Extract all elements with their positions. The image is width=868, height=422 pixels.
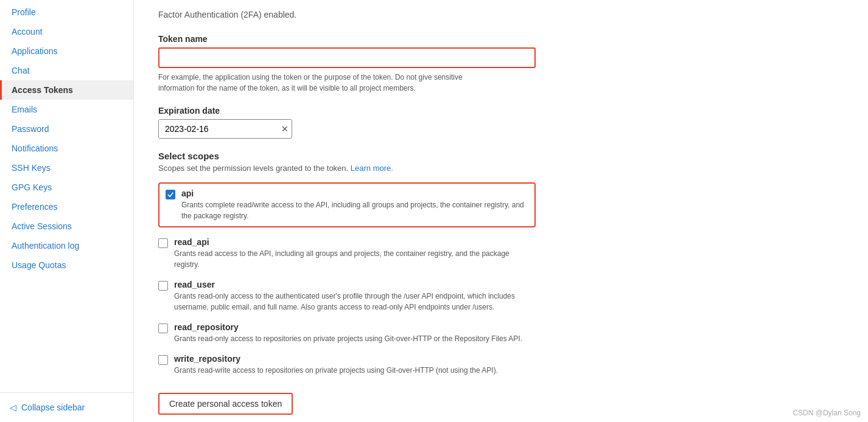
expiry-clear-icon[interactable]: ✕ xyxy=(281,124,289,134)
sidebar-item-notifications[interactable]: Notifications xyxy=(0,139,133,158)
scopes-group: Select scopes Scopes set the permission … xyxy=(158,151,536,376)
scope-name-api: api xyxy=(181,189,528,198)
sidebar-item-usage-quotas[interactable]: Usage Quotas xyxy=(0,255,133,275)
sidebar-item-chat[interactable]: Chat xyxy=(0,61,133,80)
expiry-input[interactable] xyxy=(159,120,278,138)
scope-item-read_api: read_apiGrants read access to the API, i… xyxy=(158,237,536,270)
scope-checkbox-read_user[interactable] xyxy=(158,281,168,291)
token-name-input[interactable] xyxy=(159,49,366,67)
scope-name-read_repository: read_repository xyxy=(174,322,536,332)
expiry-wrapper: ✕ 📅 xyxy=(158,119,292,139)
scope-desc-api: Grants complete read/write access to the… xyxy=(181,199,528,221)
sidebar: ProfileAccountApplicationsChatAccess Tok… xyxy=(0,0,134,422)
scope-name-write_repository: write_repository xyxy=(174,354,536,364)
expiration-date-group: Expiration date ✕ 📅 xyxy=(158,106,536,139)
scope-desc-write_repository: Grants read-write access to repositories… xyxy=(174,365,527,376)
watermark: CSDN @Dylan Song xyxy=(793,409,861,417)
sidebar-item-active-sessions[interactable]: Active Sessions xyxy=(0,216,133,236)
expiry-calendar-icon[interactable]: 📅 xyxy=(291,124,292,134)
expiry-icons: ✕ 📅 xyxy=(278,124,292,134)
scope-name-read_user: read_user xyxy=(174,280,536,289)
sidebar-item-authentication-log[interactable]: Authentication log xyxy=(0,236,133,255)
scopes-list: apiGrants complete read/write access to … xyxy=(158,182,536,376)
header-notice-text: Factor Authentication (2FA) enabled. xyxy=(158,10,296,19)
scope-content-read_api: read_apiGrants read access to the API, i… xyxy=(174,237,536,270)
scopes-title: Select scopes xyxy=(158,151,536,161)
scopes-hint: Scopes set the permission levels granted… xyxy=(158,164,536,173)
token-name-group: Token name For example, the application … xyxy=(158,34,536,94)
sidebar-item-account[interactable]: Account xyxy=(0,22,133,41)
scope-desc-read_user: Grants read-only access to the authentic… xyxy=(174,291,527,313)
sidebar-item-emails[interactable]: Emails xyxy=(0,100,133,119)
learn-more-link[interactable]: Learn more. xyxy=(351,164,393,173)
scope-item-write_repository: write_repositoryGrants read-write access… xyxy=(158,354,536,376)
token-name-input-wrapper xyxy=(158,47,536,68)
scope-checkbox-read_api[interactable] xyxy=(158,238,168,248)
sidebar-item-applications[interactable]: Applications xyxy=(0,41,133,61)
scope-content-read_user: read_userGrants read-only access to the … xyxy=(174,280,536,313)
form-section: Token name For example, the application … xyxy=(158,34,536,415)
sidebar-item-access-tokens[interactable]: Access Tokens xyxy=(0,80,133,100)
scope-content-write_repository: write_repositoryGrants read-write access… xyxy=(174,354,536,376)
scope-desc-read_repository: Grants read-only access to repositories … xyxy=(174,333,527,344)
scope-checkbox-read_repository[interactable] xyxy=(158,323,168,333)
collapse-sidebar-button[interactable]: ◁ Collapse sidebar xyxy=(0,398,133,417)
scope-content-api: apiGrants complete read/write access to … xyxy=(181,189,528,221)
header-notice: Factor Authentication (2FA) enabled. xyxy=(158,0,844,34)
scope-desc-read_api: Grants read access to the API, including… xyxy=(174,248,527,270)
collapse-icon: ◁ xyxy=(10,403,16,412)
scope-content-read_repository: read_repositoryGrants read-only access t… xyxy=(174,322,536,344)
sidebar-item-password[interactable]: Password xyxy=(0,119,133,139)
sidebar-item-ssh-keys[interactable]: SSH Keys xyxy=(0,158,133,178)
scope-item-read_repository: read_repositoryGrants read-only access t… xyxy=(158,322,536,344)
scopes-hint-text: Scopes set the permission levels granted… xyxy=(158,164,348,173)
token-name-hint: For example, the application using the t… xyxy=(158,72,499,94)
scope-name-read_api: read_api xyxy=(174,237,536,247)
collapse-sidebar-label: Collapse sidebar xyxy=(21,403,85,412)
sidebar-item-preferences[interactable]: Preferences xyxy=(0,197,133,216)
expiration-date-label: Expiration date xyxy=(158,106,536,116)
token-name-label: Token name xyxy=(158,34,536,44)
sidebar-item-profile[interactable]: Profile xyxy=(0,2,133,22)
scope-item-read_user: read_userGrants read-only access to the … xyxy=(158,280,536,313)
create-token-button[interactable]: Create personal access token xyxy=(158,393,293,415)
main-content: Factor Authentication (2FA) enabled. Tok… xyxy=(134,0,868,422)
scope-checkbox-write_repository[interactable] xyxy=(158,355,168,365)
sidebar-item-gpg-keys[interactable]: GPG Keys xyxy=(0,178,133,197)
scope-checkbox-api[interactable] xyxy=(166,190,175,199)
sidebar-bottom: ◁ Collapse sidebar xyxy=(0,392,133,422)
scope-item-api-highlighted: apiGrants complete read/write access to … xyxy=(158,182,536,227)
